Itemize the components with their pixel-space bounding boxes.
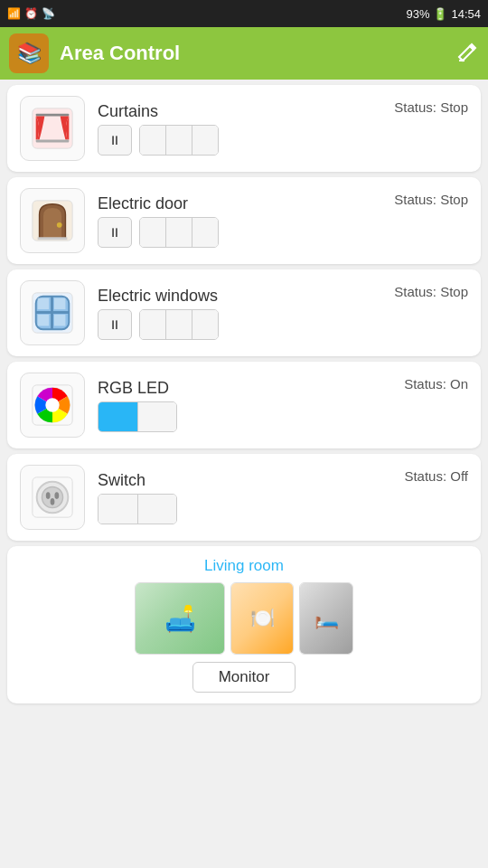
curtains-card: Curtains ⏸ Status: Stop <box>7 85 481 172</box>
curtains-toggle[interactable] <box>139 125 219 156</box>
svg-rect-14 <box>54 315 66 326</box>
living-room-image: 🛋️ <box>136 583 224 654</box>
curtains-info: Curtains ⏸ <box>98 102 381 156</box>
status-bar-right: 93% 🔋 14:54 <box>406 7 481 21</box>
curtains-seg-right[interactable] <box>192 126 218 155</box>
electric-door-name: Electric door <box>98 194 381 213</box>
svg-point-21 <box>46 492 51 499</box>
bedroom-thumb[interactable]: 🛏️ <box>299 582 353 655</box>
svg-point-17 <box>45 398 59 411</box>
electric-windows-controls: ⏸ <box>98 309 381 340</box>
header-title: Area Control <box>60 42 445 65</box>
electric-windows-info: Electric windows ⏸ <box>98 287 381 340</box>
switch-icon-wrapper <box>20 465 85 530</box>
curtains-seg-left[interactable] <box>140 126 166 155</box>
svg-point-5 <box>57 222 62 228</box>
svg-rect-3 <box>36 140 70 143</box>
rgb-led-toggle[interactable] <box>98 401 177 432</box>
header: 📚 Area Control <box>0 27 488 80</box>
electric-windows-pause-button[interactable]: ⏸ <box>98 309 132 340</box>
svg-rect-13 <box>38 315 50 326</box>
rgb-led-info: RGB LED <box>98 379 391 432</box>
monitor-button[interactable]: Monitor <box>192 662 296 693</box>
electric-windows-seg-center[interactable] <box>166 310 192 339</box>
bottom-area: Living room 🛋️ 🍽️ 🛏️ Monitor <box>7 546 481 703</box>
electric-windows-status: Status: Stop <box>394 280 468 299</box>
electric-door-status: Status: Stop <box>394 188 468 207</box>
switch-on-segment[interactable] <box>99 495 138 524</box>
status-bar-left: 📶 ⏰ 📡 <box>7 7 55 20</box>
rgb-led-icon <box>29 382 76 429</box>
status-bar: 📶 ⏰ 📡 93% 🔋 14:54 <box>0 0 488 27</box>
electric-door-pause-button[interactable]: ⏸ <box>98 217 132 248</box>
rgb-led-status: Status: On <box>404 373 468 392</box>
svg-rect-2 <box>36 114 70 117</box>
electric-door-icon-wrapper <box>20 188 85 253</box>
main-content: Curtains ⏸ Status: Stop <box>0 80 488 868</box>
switch-icon <box>29 474 76 521</box>
switch-toggle[interactable] <box>98 494 177 524</box>
curtains-name: Curtains <box>98 102 381 121</box>
time-display: 14:54 <box>451 7 481 21</box>
switch-status: Status: Off <box>404 465 468 484</box>
svg-rect-12 <box>54 298 66 310</box>
rgb-led-controls <box>98 401 391 432</box>
svg-point-22 <box>54 492 59 499</box>
bedroom-image: 🛏️ <box>300 583 352 654</box>
svg-rect-6 <box>38 237 68 240</box>
switch-name: Switch <box>98 471 391 490</box>
electric-windows-icon-wrapper <box>20 280 85 345</box>
room-thumbnails: 🛋️ 🍽️ 🛏️ <box>18 582 470 655</box>
battery-percent: 93% <box>406 7 429 21</box>
dining-room-image: 🍽️ <box>231 583 293 654</box>
curtains-icon <box>29 105 76 152</box>
electric-door-seg-center[interactable] <box>166 218 192 247</box>
electric-windows-card: Electric windows ⏸ Status: Stop <box>7 269 481 356</box>
rgb-led-card: RGB LED Status: On <box>7 362 481 448</box>
edit-button[interactable] <box>455 39 479 68</box>
header-app-icon: 📚 <box>9 33 49 73</box>
alarm-icon: ⏰ <box>24 7 38 20</box>
living-room-thumb[interactable]: 🛋️ <box>135 582 225 655</box>
wifi-icon: 📶 <box>7 7 21 20</box>
electric-door-info: Electric door ⏸ <box>98 194 381 248</box>
rgb-led-off-segment[interactable] <box>138 402 177 431</box>
switch-controls <box>98 494 391 524</box>
signal-icon: 📡 <box>42 7 55 20</box>
rgb-led-on-segment[interactable] <box>99 402 138 431</box>
electric-door-controls: ⏸ <box>98 217 381 248</box>
electric-windows-icon <box>29 289 76 336</box>
electric-door-card: Electric door ⏸ Status: Stop <box>7 177 481 264</box>
switch-off-segment[interactable] <box>138 495 177 524</box>
electric-door-seg-right[interactable] <box>192 218 218 247</box>
curtains-seg-center[interactable] <box>166 126 192 155</box>
curtains-icon-wrapper <box>20 96 85 161</box>
electric-door-toggle[interactable] <box>139 217 219 248</box>
room-label: Living room <box>18 557 470 575</box>
curtains-controls: ⏸ <box>98 125 381 156</box>
svg-rect-11 <box>38 298 50 310</box>
switch-info: Switch <box>98 471 391 524</box>
switch-card: Switch Status: Off <box>7 454 481 541</box>
curtains-status: Status: Stop <box>394 96 468 115</box>
curtains-pause-button[interactable]: ⏸ <box>98 125 132 156</box>
dining-room-thumb[interactable]: 🍽️ <box>230 582 294 655</box>
app-icon-glyph: 📚 <box>17 42 42 65</box>
battery-icon: 🔋 <box>433 7 447 21</box>
rgb-led-name: RGB LED <box>98 379 391 398</box>
rgb-led-icon-wrapper <box>20 373 85 438</box>
electric-door-icon <box>29 197 76 244</box>
electric-windows-seg-left[interactable] <box>140 310 166 339</box>
svg-rect-10 <box>51 297 53 330</box>
electric-windows-name: Electric windows <box>98 287 381 306</box>
svg-point-23 <box>51 498 55 505</box>
electric-windows-toggle[interactable] <box>139 309 219 340</box>
electric-door-seg-left[interactable] <box>140 218 166 247</box>
electric-windows-seg-right[interactable] <box>192 310 218 339</box>
